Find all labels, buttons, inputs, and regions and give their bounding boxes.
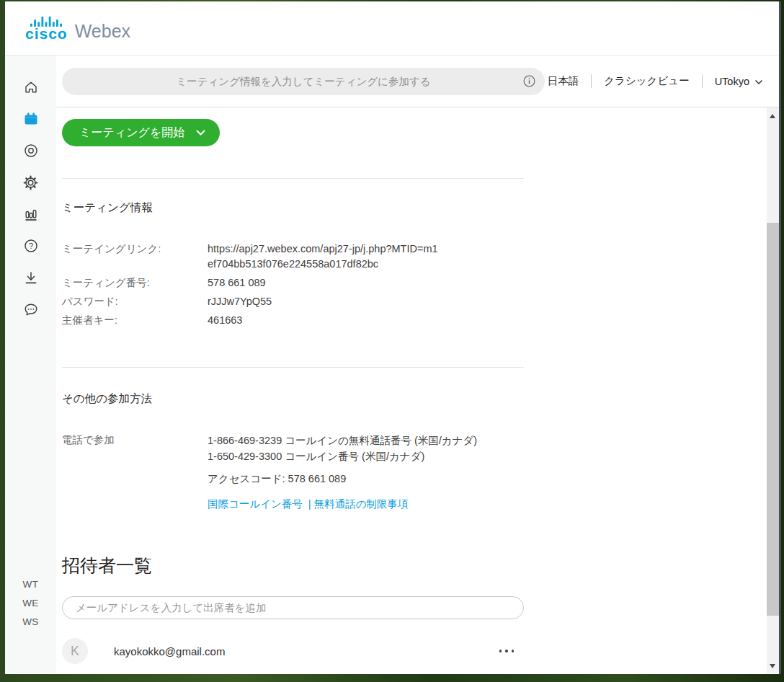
meeting-info-title: ミーティング情報 [62,200,767,216]
preferences-gear-icon [22,174,39,191]
cisco-logo: cisco [25,16,68,40]
password-value: rJJJw7YpQ55 [208,294,272,309]
phone-links: 国際コールイン番号|無料通話の制限事項 [208,497,477,511]
host-key-value: 461663 [208,313,242,328]
host-key-label: 主催者キー: [62,313,208,328]
app-header: cisco Webex [5,1,779,56]
global-callin-link[interactable]: 国際コールイン番号 [208,498,303,510]
topbar-right: 日本語 クラシックビュー UTokyo [548,74,763,88]
account-name: UTokyo [715,76,749,87]
add-attendee-field [62,596,524,619]
account-menu[interactable]: UTokyo [715,76,763,87]
topbar-divider [591,74,592,88]
classic-view-link[interactable]: クラシックビュー [604,74,689,88]
meeting-number-row: ミーティング番号: 578 661 089 [62,275,767,291]
webex-wordmark: Webex [75,22,130,40]
sidebar-item-meetings[interactable] [15,103,47,135]
link-separator: | [308,498,311,510]
meeting-info-rows: ミーテイングリンク: https://apj27.webex.com/apj27… [62,242,767,328]
info-icon[interactable] [523,75,535,90]
cisco-webex-logo: cisco Webex [25,16,130,40]
host-key-row: 主催者キー: 461663 [62,313,767,328]
recordings-icon [23,143,39,159]
main-topbar: 日本語 クラシックビュー UTokyo [56,56,779,107]
meetings-calendar-icon [22,110,40,128]
other-join-methods-title: その他の参加方法 [62,391,767,407]
meeting-link-value: https://apj27.webex.com/apj27-jp/j.php?M… [208,242,440,272]
meeting-number-label: ミーティング番号: [62,275,208,291]
join-by-phone-row: 電話で参加 1-866-469-3239 コールインの無料通話番号 (米国/カナ… [62,433,767,511]
sidebar-item-recordings[interactable] [15,135,47,167]
sidebar-item-insights[interactable] [15,198,47,230]
password-label: パスワード: [62,294,208,309]
insights-chart-icon [23,206,39,222]
topbar-divider [702,74,703,88]
invitee-list-title: 招待者一覧 [62,553,767,577]
webex-window: cisco Webex [5,1,781,674]
downloads-icon [23,270,39,285]
scroll-down-icon[interactable] [770,664,775,668]
workspace-label-we[interactable]: WE [22,594,39,613]
support-help-icon: ? [23,238,39,254]
scrollbar-thumb[interactable] [767,223,779,616]
chevron-down-icon [196,130,205,136]
workspace-label-ws[interactable]: WS [22,613,39,632]
section-divider [62,178,524,179]
invitee-email: kayokokko@gmail.com [114,645,225,657]
sidebar-item-preferences[interactable] [15,167,47,198]
sidebar-item-home[interactable] [15,71,47,103]
sidebar-item-support[interactable]: ? [15,230,47,262]
attendee-email-input[interactable] [63,597,523,619]
section-divider [62,367,524,368]
cisco-wordmark: cisco [25,27,68,40]
meeting-page-content: ミーティングを開始 ミーティング情報 ミーテイングリンク: https://ap… [56,107,767,673]
invitee-list-item: K kayokokko@gmail.com [62,635,524,667]
join-by-phone-label: 電話で参加 [62,433,208,511]
home-icon [23,79,39,95]
phone-details: 1-866-469-3239 コールインの無料通話番号 (米国/カナダ) 1-6… [208,433,477,511]
scrollbar-track[interactable] [767,107,779,673]
access-code: アクセスコード: 578 661 089 [208,472,477,486]
sidebar-item-feedback[interactable] [15,293,47,325]
language-link[interactable]: 日本語 [548,74,579,88]
tollfree-number: 1-866-469-3239 コールインの無料通話番号 (米国/カナダ) [208,433,477,448]
main-area: 日本語 クラシックビュー UTokyo ミーティングを開始 [56,56,779,673]
search-input[interactable] [62,68,545,95]
more-options-icon[interactable] [498,645,516,657]
workspace-labels: WT WE WS [22,575,39,632]
join-meeting-search [62,68,545,95]
start-meeting-button[interactable]: ミーティングを開始 [62,119,220,146]
svg-text:?: ? [28,242,32,250]
sidebar-item-downloads[interactable] [15,262,47,293]
workspace-label-wt[interactable]: WT [22,575,39,594]
callin-number: 1-650-429-3300 コールイン番号 (米国/カナダ) [208,448,477,464]
start-meeting-label: ミーティングを開始 [79,125,184,141]
sidebar: ? [5,56,56,673]
scroll-up-icon[interactable] [770,114,775,118]
password-row: パスワード: rJJJw7YpQ55 [62,294,767,309]
meeting-link-label: ミーテイングリンク: [62,242,208,272]
feedback-icon [23,301,39,317]
meeting-link-row: ミーテイングリンク: https://apj27.webex.com/apj27… [62,242,767,272]
tollfree-restrictions-link[interactable]: 無料通話の制限事項 [314,498,409,510]
avatar: K [62,638,88,664]
meeting-number-value: 578 661 089 [208,275,266,291]
chevron-down-icon [754,79,763,85]
